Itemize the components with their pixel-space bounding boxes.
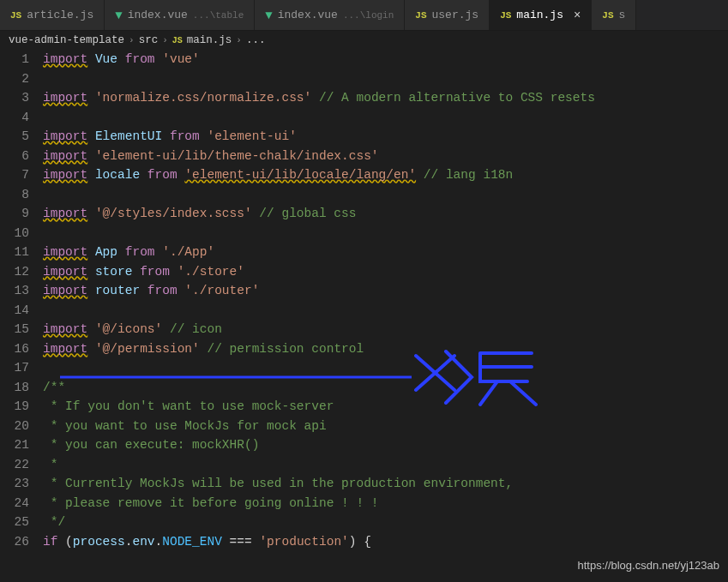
tab-label: index.vue	[278, 9, 338, 21]
line-number: 8	[0, 185, 29, 205]
line-number: 25	[0, 513, 29, 532]
code-line[interactable]: * Currently MockJs will be used in the p…	[43, 474, 728, 494]
breadcrumb-trailing: ...	[246, 34, 266, 46]
tab-label: main.js	[516, 9, 563, 21]
vue-file-icon: ▼	[115, 9, 122, 22]
code-line[interactable]	[43, 224, 728, 243]
code-line[interactable]: import 'element-ui/lib/theme-chalk/index…	[43, 147, 728, 166]
line-number: 7	[0, 165, 29, 185]
breadcrumb-part[interactable]: vue-admin-template	[9, 34, 124, 46]
tab-label: index.vue	[128, 9, 188, 21]
code-line[interactable]: * If you don't want to use mock-server	[43, 397, 728, 417]
vue-file-icon: ▼	[265, 9, 272, 22]
code-line[interactable]	[43, 185, 728, 205]
js-file-icon: JS	[10, 10, 21, 21]
code-line[interactable]: *	[43, 455, 728, 475]
line-number: 9	[0, 204, 29, 224]
chevron-right-icon: ›	[129, 35, 135, 45]
line-number: 22	[0, 455, 29, 475]
line-number: 17	[0, 358, 29, 378]
code-line[interactable]	[43, 108, 728, 128]
line-number: 11	[0, 243, 29, 262]
code-content[interactable]: import Vue from 'vue' import 'normalize.…	[43, 50, 728, 551]
line-number: 1	[0, 50, 29, 69]
js-file-icon: JS	[500, 10, 511, 21]
code-line[interactable]: import '@/styles/index.scss' // global c…	[43, 204, 728, 224]
line-number: 20	[0, 417, 29, 436]
line-number: 14	[0, 301, 29, 321]
js-file-icon: JS	[415, 10, 426, 21]
line-number: 3	[0, 88, 29, 108]
line-number: 4	[0, 108, 29, 128]
line-number: 19	[0, 397, 29, 417]
tab-index-vue[interactable]: ▼index.vue...\table	[105, 0, 255, 30]
js-file-icon: JS	[602, 10, 613, 21]
tab-path: ...\table	[193, 10, 244, 21]
tab-index-vue[interactable]: ▼index.vue...\login	[255, 0, 405, 30]
code-line[interactable]: /**	[43, 378, 728, 398]
code-line[interactable]: import '@/icons' // icon	[43, 320, 728, 339]
code-editor[interactable]: 1234567891011121314151617181920212223242…	[0, 50, 728, 551]
code-line[interactable]: * please remove it before going online !…	[43, 494, 728, 513]
line-number: 16	[0, 339, 29, 359]
tab-main-js[interactable]: JSmain.js×	[490, 0, 592, 30]
code-line[interactable]: import ElementUI from 'element-ui'	[43, 127, 728, 147]
tab-s[interactable]: JSs	[592, 0, 636, 30]
chevron-right-icon: ›	[236, 35, 242, 45]
code-line[interactable]: import Vue from 'vue'	[43, 50, 728, 69]
line-number: 18	[0, 378, 29, 398]
code-line[interactable]: import locale from 'element-ui/lib/local…	[43, 165, 728, 185]
line-number: 24	[0, 494, 29, 513]
breadcrumb-file[interactable]: main.js	[187, 34, 232, 46]
code-line[interactable]	[43, 69, 728, 89]
chevron-right-icon: ›	[162, 35, 168, 45]
line-number: 12	[0, 262, 29, 282]
code-line[interactable]: import App from './App'	[43, 243, 728, 262]
code-line[interactable]: import store from './store'	[43, 262, 728, 282]
code-line[interactable]: import 'normalize.css/normalize.css' // …	[43, 88, 728, 108]
line-number: 5	[0, 127, 29, 147]
js-file-icon: JS	[172, 36, 183, 45]
line-number: 10	[0, 224, 29, 243]
breadcrumb: vue-admin-template › src › JS main.js › …	[0, 31, 728, 50]
tab-path: ...\login	[343, 10, 394, 21]
code-line[interactable]	[43, 301, 728, 321]
line-number: 13	[0, 281, 29, 301]
line-number: 15	[0, 320, 29, 339]
code-line[interactable]: import '@/permission' // permission cont…	[43, 339, 728, 359]
tab-label: s	[619, 9, 626, 21]
tab-label: article.js	[27, 9, 93, 21]
code-line[interactable]: * you can execute: mockXHR()	[43, 435, 728, 455]
code-line[interactable]	[43, 358, 728, 378]
line-number: 2	[0, 69, 29, 89]
watermark: https://blog.csdn.net/yj123ab	[577, 559, 719, 572]
line-number: 26	[0, 532, 29, 552]
breadcrumb-part[interactable]: src	[139, 34, 159, 46]
tab-bar: JSarticle.js▼index.vue...\table▼index.vu…	[0, 0, 728, 31]
tab-label: user.js	[432, 9, 479, 21]
code-line[interactable]: * you want to use MockJs for mock api	[43, 417, 728, 436]
code-line[interactable]: if (process.env.NODE_ENV === 'production…	[43, 532, 728, 552]
code-line[interactable]: import router from './router'	[43, 281, 728, 301]
close-icon[interactable]: ×	[574, 9, 581, 22]
line-number: 21	[0, 435, 29, 455]
tab-user-js[interactable]: JSuser.js	[405, 0, 490, 30]
line-number-gutter: 1234567891011121314151617181920212223242…	[0, 50, 43, 551]
line-number: 6	[0, 147, 29, 166]
code-line[interactable]: */	[43, 513, 728, 532]
line-number: 23	[0, 474, 29, 494]
tab-article-js[interactable]: JSarticle.js	[0, 0, 105, 30]
